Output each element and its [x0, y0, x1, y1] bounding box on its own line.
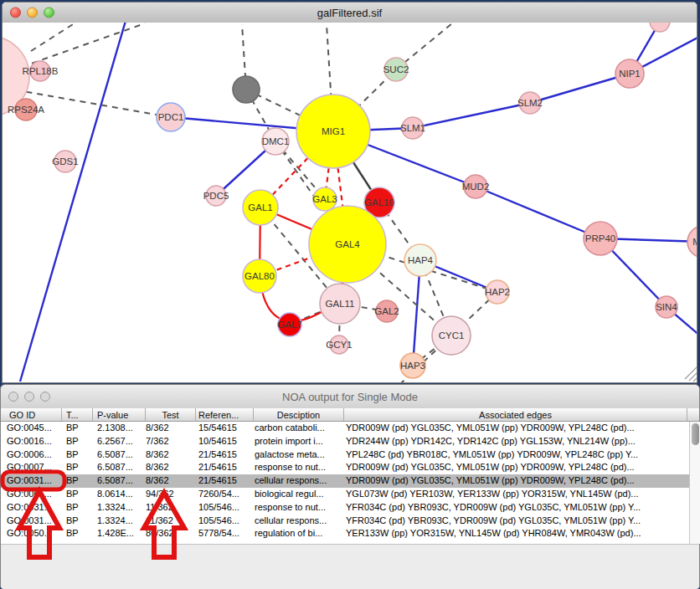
graph-edge	[413, 103, 530, 128]
graph-node-label: PDC1	[158, 112, 184, 122]
graph-edge	[476, 187, 600, 238]
table-cell: biological regul...	[254, 488, 344, 501]
network-canvas[interactable]: RPL18BRPS24AGDS1PDC1PDC5MIG1SUC2SLM1DMC1…	[3, 23, 697, 382]
table-row[interactable]: GO:0045...BP2.1308...8/36215/54615carbon…	[1, 422, 689, 435]
column-header-0[interactable]: GO ID	[1, 408, 62, 421]
graph-node-label: GAL11	[326, 299, 355, 309]
graph-node-label: GAL2	[374, 306, 399, 316]
table-cell: GO:0031...	[1, 474, 62, 488]
table-cell: 94/362	[146, 488, 196, 501]
table-cell: BP	[62, 501, 93, 515]
table-cell: response to nut...	[254, 501, 344, 515]
table-cell: 80/362	[146, 527, 196, 540]
table-cell: BP	[62, 435, 93, 448]
table-cell: 8/362	[146, 474, 196, 488]
table-row[interactable]: GO:0006...BP6.5087...8/36221/54615galact…	[1, 448, 689, 462]
noa-footer: Save Cancel	[1, 544, 699, 589]
traffic-lights-inactive	[8, 392, 50, 402]
table-cell: GO:0050...	[1, 527, 62, 540]
graph-node[interactable]	[233, 76, 260, 103]
graph-window-titlebar[interactable]: galFiltered.sif	[3, 3, 697, 23]
graph-node-label: SLM2	[517, 98, 543, 108]
table-row[interactable]: GO:0031...BP6.5087...8/36221/54615cellul…	[1, 474, 689, 488]
table-row[interactable]: GO:0031...BP1.3324...11/362105/546...res…	[1, 501, 689, 515]
graph-window-title: galFiltered.sif	[317, 7, 382, 19]
graph-edge	[31, 23, 110, 51]
minimize-button[interactable]	[24, 392, 34, 402]
table-row[interactable]: GO:0031...BP1.3324...11/362105/546...cel…	[1, 515, 689, 528]
noa-output-window: NOA output for Single Mode GO IDT...P-va…	[0, 384, 700, 589]
table-cell: 7/362	[146, 435, 196, 448]
table-cell: 6.5087...	[93, 448, 146, 462]
table-cell: GO:0016...	[1, 435, 62, 448]
close-button[interactable]	[8, 392, 18, 402]
table-cell: 21/54615	[196, 448, 254, 462]
table-cell: 8.0614...	[93, 488, 146, 501]
table-cell: BP	[62, 515, 93, 528]
graph-node-label: CYC1	[439, 330, 465, 341]
column-header-3[interactable]: Test	[146, 408, 196, 421]
table-cell: BP	[62, 422, 93, 435]
graph-node-label: RPL18B	[23, 66, 59, 76]
close-button[interactable]	[10, 8, 21, 18]
column-header-5[interactable]: Desciption	[254, 408, 344, 421]
table-cell: 8/362	[146, 448, 196, 462]
graph-node-label: HAP4	[408, 255, 434, 265]
graph-node-label: PDC5	[203, 191, 229, 201]
table-header: GO IDT...P-valueTestReferen...Desciption…	[1, 408, 699, 422]
graph-node-label: SIN4	[656, 302, 677, 312]
table-cell: carbon cataboli...	[254, 422, 344, 435]
table-cell: YPL248C (pd) YBR018C, YML051W (pp) YDR00…	[344, 448, 689, 462]
graph-node[interactable]	[650, 23, 670, 32]
column-header-6[interactable]: Associated edges	[344, 408, 687, 421]
table-cell: GO:0045...	[1, 422, 62, 435]
graph-node-label: GDS1	[52, 156, 78, 166]
table-cell: 6.5087...	[93, 461, 146, 474]
table-row[interactable]: GO:0007...BP6.5087...8/36221/54615respon…	[1, 461, 689, 474]
table-cell: response to nut...	[254, 461, 344, 474]
table-cell: GO:0006...	[1, 448, 62, 462]
graph-node-label: DMC1	[262, 136, 290, 146]
resize-grip	[685, 367, 697, 379]
table-cell: YDR009W (pd) YGL035C, YML051W (pp) YDR00…	[344, 422, 689, 435]
table-cell: 15/54615	[196, 422, 254, 435]
table-cell: GO:0007...	[1, 461, 62, 474]
scrollbar-thumb[interactable]	[692, 423, 699, 445]
noa-window-titlebar[interactable]: NOA output for Single Mode	[1, 385, 699, 409]
table-cell: 8/362	[146, 461, 196, 474]
table-cell: YER133W (pp) YOR315W, YNL145W (pd) YHR08…	[344, 527, 689, 540]
column-header-1[interactable]: T...	[62, 408, 93, 421]
zoom-button[interactable]	[40, 392, 50, 402]
resize-grip	[693, 376, 697, 382]
graph-node-label: HAP3	[400, 361, 425, 371]
graph-node-label: MSN	[692, 237, 697, 247]
column-header-2[interactable]: P-value	[93, 408, 146, 421]
graph-node-label: MUD2	[462, 182, 490, 192]
table-cell: BP	[62, 527, 93, 540]
table-cell: 105/546...	[196, 501, 254, 515]
graph-window: galFiltered.sif RPL18BRPS24AGDS1PDC1PDC5…	[2, 2, 697, 383]
table-cell: protein import i...	[254, 435, 344, 448]
graph-node-label: GAL4	[335, 239, 360, 249]
table-row[interactable]: GO:0050...BP1.428E...80/3625778/54...reg…	[1, 527, 689, 540]
table-cell: 11/362	[146, 501, 196, 515]
table-cell: 1.428E...	[93, 527, 146, 540]
table-cell: 1.3324...	[93, 515, 146, 528]
graph-node-label: SLM1	[400, 123, 425, 133]
graph-node-label: MIG1	[322, 126, 345, 136]
minimize-button[interactable]	[27, 8, 38, 18]
graph-node-label: GAL1	[248, 202, 272, 213]
vertical-scrollbar[interactable]	[689, 422, 700, 544]
table-row[interactable]: GO:0016...BP6.2567...7/36210/54615protei…	[1, 435, 689, 448]
table-cell: 10/54615	[196, 435, 254, 448]
table-cell: 2.1308...	[93, 422, 146, 435]
graph-node-label: GCY1	[326, 340, 352, 350]
table-row[interactable]: GO:0065...BP8.0614...94/3627260/54...bio…	[1, 488, 689, 501]
table-cell: BP	[62, 448, 93, 462]
column-header-4[interactable]: Referen...	[196, 408, 254, 421]
zoom-button[interactable]	[44, 8, 54, 18]
results-table[interactable]: GO:0045...BP2.1308...8/36215/54615carbon…	[1, 422, 689, 544]
graph-node-label: GAL7	[277, 320, 301, 330]
table-cell: YDR009W (pd) YGL035C, YML051W (pp) YDR00…	[344, 461, 689, 474]
graph-edge	[530, 74, 630, 103]
